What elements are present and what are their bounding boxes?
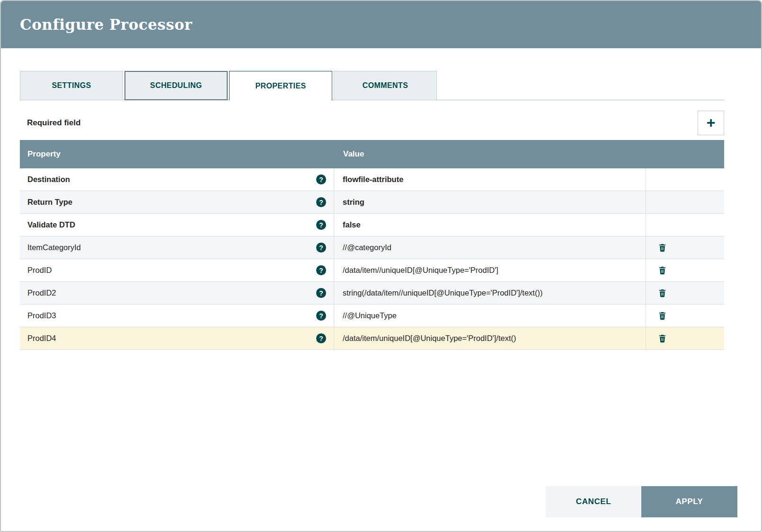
help-icon[interactable]: ? — [316, 265, 326, 275]
table-row: ProdID2 ? string(/data/item//uniqueID[@U… — [20, 282, 724, 305]
column-header-property: Property — [20, 149, 334, 159]
property-name: ProdID — [27, 266, 52, 275]
table-row: ProdID ? /data/item//uniqueID[@UniqueTyp… — [20, 259, 724, 282]
table-row: ProdID3 ? //@UniqueType — [20, 305, 724, 327]
help-icon[interactable]: ? — [316, 333, 326, 343]
add-property-button[interactable]: + — [698, 111, 724, 135]
apply-button[interactable]: APPLY — [641, 486, 737, 517]
tab-bar: SETTINGS SCHEDULING PROPERTIES COMMENTS — [20, 71, 724, 100]
delete-property-button[interactable] — [658, 288, 667, 297]
property-value[interactable]: /data/item/uniqueID[@UniqueType='ProdID'… — [334, 327, 646, 349]
tab-settings-label: SETTINGS — [52, 81, 91, 90]
properties-toolbar: Required field + — [20, 111, 724, 135]
trash-icon — [658, 334, 667, 343]
table-row: Return Type ? string — [20, 191, 724, 214]
tab-scheduling-label: SCHEDULING — [150, 81, 202, 90]
help-icon[interactable]: ? — [316, 311, 326, 321]
table-row: Destination ? flowfile-attribute — [20, 168, 724, 191]
properties-table: Property Value Destination ? flowfile-at… — [20, 140, 724, 350]
tab-scheduling[interactable]: SCHEDULING — [124, 71, 228, 100]
trash-icon — [658, 311, 667, 320]
tab-properties[interactable]: PROPERTIES — [229, 71, 332, 100]
help-icon[interactable]: ? — [316, 243, 326, 253]
dialog-titlebar: Configure Processor — [1, 1, 761, 48]
property-value[interactable]: string(/data/item//uniqueID[@UniqueType=… — [334, 282, 646, 304]
delete-property-button[interactable] — [658, 243, 667, 252]
delete-property-button[interactable] — [658, 334, 667, 343]
configure-processor-dialog: Configure Processor SETTINGS SCHEDULING … — [0, 0, 762, 532]
property-value[interactable]: //@categoryId — [334, 236, 646, 259]
trash-icon — [658, 243, 667, 252]
tab-comments[interactable]: COMMENTS — [334, 71, 437, 100]
table-row: ProdID4 ? /data/item/uniqueID[@UniqueTyp… — [20, 327, 724, 350]
tab-comments-label: COMMENTS — [363, 81, 408, 90]
table-header-row: Property Value — [20, 140, 724, 168]
help-icon[interactable]: ? — [316, 174, 326, 184]
property-value[interactable]: /data/item//uniqueID[@UniqueType='ProdID… — [334, 259, 646, 281]
delete-property-button[interactable] — [658, 311, 667, 320]
column-header-value: Value — [334, 149, 724, 159]
cancel-button[interactable]: CANCEL — [546, 486, 641, 517]
delete-property-button[interactable] — [658, 266, 667, 275]
trash-icon — [658, 266, 667, 275]
dialog-footer: CANCEL APPLY — [546, 486, 737, 517]
property-name: Destination — [27, 175, 70, 184]
help-icon[interactable]: ? — [316, 288, 326, 298]
tab-properties-label: PROPERTIES — [255, 82, 306, 90]
property-value[interactable]: //@UniqueType — [334, 305, 646, 327]
table-body: Destination ? flowfile-attribute Return … — [20, 168, 724, 350]
tab-settings[interactable]: SETTINGS — [20, 71, 123, 100]
property-value[interactable]: false — [334, 214, 646, 236]
property-name: Return Type — [27, 198, 72, 207]
property-name: ProdID4 — [27, 334, 56, 343]
dialog-title: Configure Processor — [20, 16, 192, 33]
help-icon[interactable]: ? — [316, 197, 326, 207]
plus-icon: + — [707, 115, 716, 130]
property-name: ProdID3 — [27, 311, 56, 320]
property-name: Validate DTD — [27, 220, 75, 229]
property-name: ItemCategoryId — [27, 243, 81, 252]
table-row: Validate DTD ? false — [20, 214, 724, 236]
property-name: ProdID2 — [27, 288, 56, 297]
property-value[interactable]: flowfile-attribute — [334, 168, 646, 191]
table-row: ItemCategoryId ? //@categoryId — [20, 236, 724, 259]
trash-icon — [658, 288, 667, 297]
help-icon[interactable]: ? — [316, 220, 326, 230]
property-value[interactable]: string — [334, 191, 646, 213]
required-field-label: Required field — [20, 118, 80, 128]
